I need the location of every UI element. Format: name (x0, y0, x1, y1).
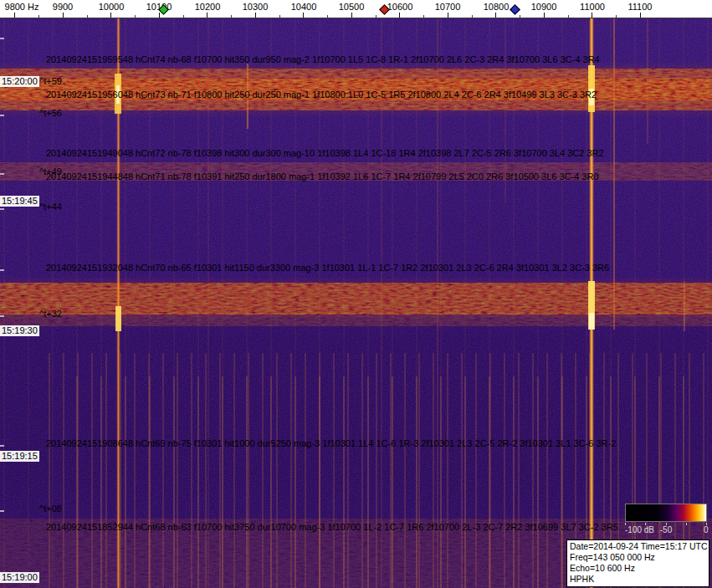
meteor-spectrogram-screen: 9800 Hz 9900 10000 10100 10200 10300 104… (0, 0, 712, 588)
colorbar-label-min: -100 dB (625, 525, 654, 534)
freq-label: 9900 (53, 2, 73, 12)
spectrogram-art (0, 18, 712, 588)
freq-label: 11100 (628, 2, 653, 12)
time-offset-marker: ^t+49 (39, 166, 62, 176)
colorbar-label-mid: -50 (660, 525, 672, 534)
time-label: 15:20:00 (0, 76, 39, 87)
freq-label: 10700 (435, 2, 461, 12)
colorbar-gradient (625, 504, 707, 522)
colorbar-legend: -100 dB -50 0 (623, 502, 709, 537)
spectrogram-display: 15:20:00 15:19:45 15:19:30 15:19:15 15:1… (0, 18, 712, 588)
freq-label: 10500 (339, 2, 365, 12)
freq-label: 10200 (195, 2, 221, 12)
detection-text-line: 20140924151959548 hCnt74 nb-68 f10700 hi… (46, 54, 600, 64)
info-frequency: Freq=143 050 000 Hz (570, 552, 706, 563)
time-label: 15:19:30 (0, 325, 39, 336)
freq-label: 11000 (580, 2, 605, 12)
time-label: 15:19:45 (0, 196, 39, 207)
freq-label: 10000 (99, 2, 125, 12)
freq-label: 10800 (484, 2, 510, 12)
time-offset-marker: ^t+44 (39, 202, 62, 212)
detection-text-line: 20140924151949048 hCnt72 nb-78 f10398 hi… (46, 148, 604, 158)
time-offset-marker: ^t+32 (39, 309, 62, 319)
colorbar-label-max: 0 (704, 525, 709, 534)
time-offset-marker: ^t+56 (39, 108, 62, 118)
freq-axis-major-ticks (14, 13, 642, 18)
info-echo: Echo=10 600 Hz (570, 563, 706, 574)
detection-text-line: 20140924151852944 hCnt68 nb-63 f10700 hi… (46, 522, 618, 532)
time-label: 15:19:15 (0, 451, 39, 462)
info-station: HPHK (570, 574, 706, 585)
freq-label: 10900 (531, 2, 557, 12)
freq-label: 10300 (243, 2, 269, 12)
time-offset-marker: ^t+59 (39, 76, 62, 86)
freq-label: 9800 Hz (5, 2, 39, 12)
info-box: Date=2014-09-24 Time=15:17 UTC Freq=143 … (566, 539, 709, 587)
detection-text-line: 20140924151956048 hCnt73 nb-71 f10800 hi… (46, 89, 597, 100)
frequency-axis: 9800 Hz 9900 10000 10100 10200 10300 104… (0, 0, 712, 18)
freq-label: 10400 (291, 2, 317, 12)
info-date-time: Date=2014-09-24 Time=15:17 UTC (570, 541, 706, 552)
detection-text-line: 20140924151944848 hCnt71 nb-78 f10391 hi… (46, 171, 599, 182)
time-offset-marker: ^t+08 (39, 504, 62, 514)
detection-text-line: 20140924151932048 hCnt70 nb-65 f10301 hi… (46, 263, 609, 273)
time-label: 15:19:00 (0, 572, 39, 583)
freq-label: 10600 (387, 2, 413, 12)
detection-text-line: 20140924151908648 hCnt69 nb-75 f10301 hi… (46, 438, 616, 448)
